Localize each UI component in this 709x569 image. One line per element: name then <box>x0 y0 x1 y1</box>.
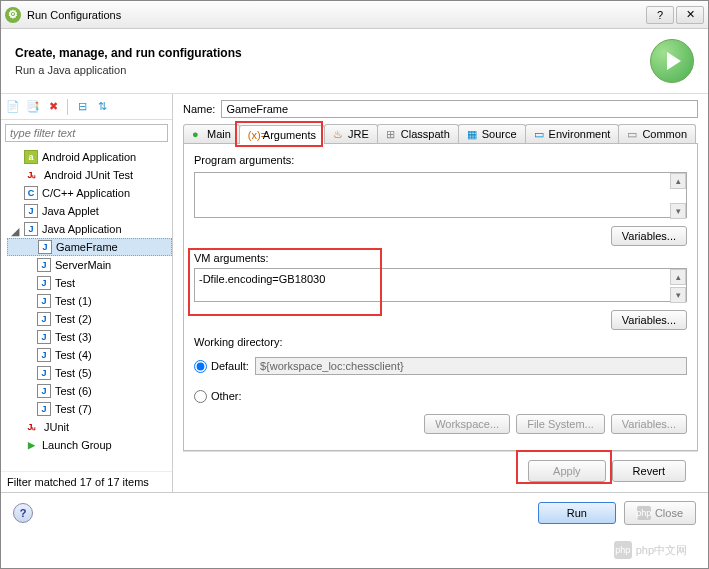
tree-item[interactable]: JTest (6) <box>7 382 172 400</box>
tree-label: ServerMain <box>55 259 111 271</box>
watermark: phpphp中文网 <box>614 541 687 559</box>
tab-classpath[interactable]: ⊞Classpath <box>377 124 459 143</box>
tree-item[interactable]: ▶Launch Group <box>7 436 172 454</box>
java-icon: J <box>37 258 51 272</box>
tab-label: Arguments <box>263 129 316 141</box>
config-tree[interactable]: aAndroid ApplicationJᵤAndroid JUnit Test… <box>1 146 172 471</box>
tree-item[interactable]: CC/C++ Application <box>7 184 172 202</box>
java-icon: J <box>37 366 51 380</box>
run-icon <box>650 39 694 83</box>
program-variables-button[interactable]: Variables... <box>611 226 687 246</box>
wd-variables-button[interactable]: Variables... <box>611 414 687 434</box>
tree-label: Android JUnit Test <box>44 169 133 181</box>
tree-label: Launch Group <box>42 439 112 451</box>
close-button[interactable]: php Close <box>624 501 696 525</box>
tree-label: GameFrame <box>56 241 118 253</box>
run-button[interactable]: Run <box>538 502 616 524</box>
tree-label: Test (7) <box>55 403 92 415</box>
filesystem-button[interactable]: File System... <box>516 414 605 434</box>
filter-input[interactable] <box>5 124 168 142</box>
tree-label: Android Application <box>42 151 136 163</box>
collapse-icon[interactable]: ⊟ <box>74 99 90 115</box>
help-icon[interactable]: ? <box>13 503 33 523</box>
program-args-label: Program arguments: <box>194 154 687 166</box>
scroll-down-icon[interactable]: ▾ <box>670 203 686 219</box>
java-icon: J <box>37 294 51 308</box>
delete-icon[interactable]: ✖ <box>45 99 61 115</box>
tab-bar: ●Main(x)=Arguments♨JRE⊞Classpath▦Source▭… <box>183 124 698 144</box>
tree-item[interactable]: JServerMain <box>7 256 172 274</box>
android-icon: a <box>24 150 38 164</box>
scroll-up-icon[interactable]: ▴ <box>670 269 686 285</box>
tab-icon: ● <box>192 128 204 140</box>
revert-button[interactable]: Revert <box>612 460 686 482</box>
tree-item[interactable]: JJava Applet <box>7 202 172 220</box>
tree-item[interactable]: aAndroid Application <box>7 148 172 166</box>
dialog-footer: ? Run php Close <box>1 492 708 533</box>
java-icon: J <box>37 276 51 290</box>
scroll-up-icon[interactable]: ▴ <box>670 173 686 189</box>
tree-item[interactable]: JTest (4) <box>7 346 172 364</box>
tab-jre[interactable]: ♨JRE <box>324 124 378 143</box>
tree-item[interactable]: JTest (2) <box>7 310 172 328</box>
tree-item[interactable]: ◢JJava Application <box>7 220 172 238</box>
tab-common[interactable]: ▭Common <box>618 124 696 143</box>
tree-item[interactable]: JGameFrame <box>7 238 172 256</box>
tab-icon: ♨ <box>333 128 345 140</box>
default-radio[interactable]: Default: <box>194 360 249 373</box>
app-icon: ⚙ <box>5 7 21 23</box>
vm-args-textarea[interactable]: -Dfile.encoding=GB18030 <box>194 268 687 302</box>
play-icon: ▶ <box>24 438 38 452</box>
vm-variables-button[interactable]: Variables... <box>611 310 687 330</box>
tree-item[interactable]: JTest (3) <box>7 328 172 346</box>
tree-item[interactable]: JᵤJUnit <box>7 418 172 436</box>
tree-label: Java Applet <box>42 205 99 217</box>
tab-environment[interactable]: ▭Environment <box>525 124 620 143</box>
tab-label: Classpath <box>401 128 450 140</box>
ju-icon: Jᵤ <box>24 420 40 434</box>
help-window-button[interactable]: ? <box>646 6 674 24</box>
close-window-button[interactable]: ✕ <box>676 6 704 24</box>
program-args-textarea[interactable] <box>194 172 687 218</box>
tab-main[interactable]: ●Main <box>183 124 240 143</box>
tab-label: Main <box>207 128 231 140</box>
cc-icon: C <box>24 186 38 200</box>
tree-label: JUnit <box>44 421 69 433</box>
java-icon: J <box>37 348 51 362</box>
j-icon: J <box>24 204 38 218</box>
tree-label: Java Application <box>42 223 122 235</box>
tree-label: Test (3) <box>55 331 92 343</box>
tab-icon: ⊞ <box>386 128 398 140</box>
filter-icon[interactable]: ⇅ <box>94 99 110 115</box>
new-config-icon[interactable]: 📄 <box>5 99 21 115</box>
filter-status: Filter matched 17 of 17 items <box>1 471 172 492</box>
other-radio[interactable]: Other: <box>194 390 242 403</box>
scroll-down-icon[interactable]: ▾ <box>670 287 686 303</box>
tree-item[interactable]: JTest (1) <box>7 292 172 310</box>
header-title: Create, manage, and run configurations <box>15 46 650 60</box>
tree-label: C/C++ Application <box>42 187 130 199</box>
tree-label: Test (4) <box>55 349 92 361</box>
tab-content: Program arguments: ▴▾ Variables... VM ar… <box>183 144 698 451</box>
apply-button[interactable]: Apply <box>528 460 606 482</box>
tree-label: Test (6) <box>55 385 92 397</box>
name-input[interactable] <box>221 100 698 118</box>
tree-label: Test <box>55 277 75 289</box>
tree-item[interactable]: JTest (5) <box>7 364 172 382</box>
tab-label: Common <box>642 128 687 140</box>
duplicate-icon[interactable]: 📑 <box>25 99 41 115</box>
tree-item[interactable]: JᵤAndroid JUnit Test <box>7 166 172 184</box>
java-icon: J <box>37 384 51 398</box>
tab-source[interactable]: ▦Source <box>458 124 526 143</box>
header-subtitle: Run a Java application <box>15 64 650 76</box>
tab-arguments[interactable]: (x)=Arguments <box>239 125 325 144</box>
vm-args-label: VM arguments: <box>194 252 269 264</box>
ju-icon: Jᵤ <box>24 168 40 182</box>
workspace-button[interactable]: Workspace... <box>424 414 510 434</box>
window-title: Run Configurations <box>27 9 644 21</box>
java-icon: J <box>38 240 52 254</box>
apply-revert-row: Apply Revert <box>183 451 698 486</box>
tree-toolbar: 📄 📑 ✖ ⊟ ⇅ <box>1 94 172 120</box>
tree-item[interactable]: JTest (7) <box>7 400 172 418</box>
tree-item[interactable]: JTest <box>7 274 172 292</box>
